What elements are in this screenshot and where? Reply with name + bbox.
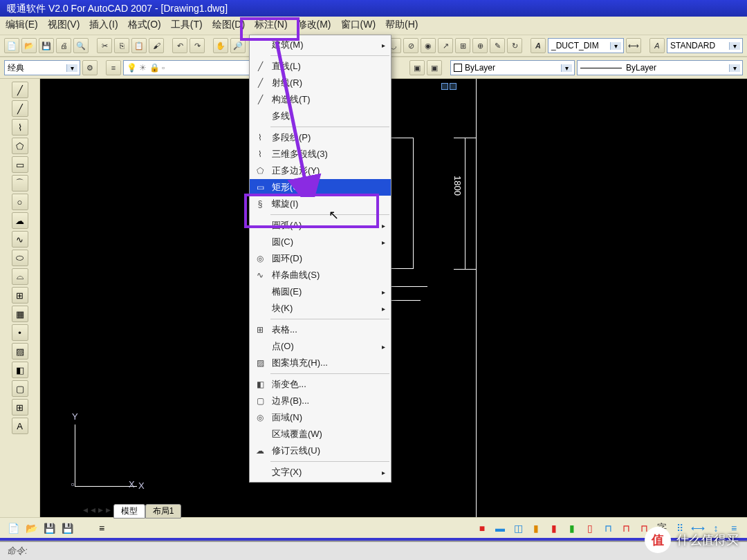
menu-mline-item[interactable]: 多线 (250, 108, 391, 124)
ws-settings-icon[interactable]: ⚙ (82, 60, 98, 75)
undo-icon[interactable]: ↶ (172, 38, 187, 53)
menu-wipeout-item[interactable]: 区域覆盖(W) (250, 426, 391, 442)
menu-tools[interactable]: 工具(T) (171, 19, 203, 32)
menu-dim[interactable]: 标注(N) (255, 19, 287, 32)
redo-icon[interactable]: ↷ (190, 38, 205, 53)
workspace-combo[interactable]: 经典 (4, 60, 80, 75)
xline-tool-icon[interactable]: ╱ (12, 100, 28, 117)
laystate-icon[interactable]: ▣ (409, 60, 425, 75)
menu-block-item[interactable]: 块(K)▸ (250, 300, 391, 317)
menu-rectangle-item[interactable]: ▭矩形(G) (250, 179, 391, 196)
menu-insert[interactable]: 插入(I) (89, 19, 118, 32)
menu-arc-item[interactable]: 圆弧(A)▸ (250, 217, 391, 234)
bt-r4-icon[interactable]: ⊓ (618, 521, 634, 536)
bt-save-icon[interactable]: 💾 (42, 521, 57, 536)
textstyle-combo[interactable]: STANDARD (667, 38, 743, 53)
bt-r3-icon[interactable]: ▯ (582, 521, 598, 536)
bt-new-icon[interactable]: 📄 (6, 521, 21, 536)
bt-blue2-icon[interactable]: ◫ (510, 521, 526, 536)
menu-format[interactable]: 格式(O) (128, 19, 161, 32)
bt-saveas-icon[interactable]: 💾 (59, 521, 75, 536)
dimstyle-combo[interactable]: _DUCT_DIM (548, 38, 624, 53)
open-icon[interactable]: 📂 (21, 38, 37, 53)
menu-modeling[interactable]: 建筑(M)▸ (250, 37, 391, 53)
polygon-tool-icon[interactable]: ⬠ (12, 138, 28, 154)
bt-layer-icon[interactable]: ≡ (94, 521, 109, 536)
line-tool-icon[interactable]: ╱ (12, 82, 28, 98)
bt-red-icon[interactable]: ■ (474, 521, 490, 536)
revcloud-tool-icon[interactable]: ☁ (12, 212, 28, 229)
spline-tool-icon[interactable]: ∿ (12, 231, 28, 248)
new-icon[interactable]: 📄 (4, 38, 19, 53)
zoom-icon[interactable]: 🔎 (230, 38, 246, 53)
dimstyle-btn[interactable]: ⟷ (626, 38, 641, 53)
region-tool-icon[interactable]: ▢ (12, 380, 28, 397)
menu-xline-item[interactable]: ╱构造线(T) (250, 91, 391, 108)
mtext-tool-icon[interactable]: A (12, 418, 28, 434)
menu-donut-item[interactable]: ◎圆环(D) (250, 250, 391, 267)
laystate2-icon[interactable]: ▣ (427, 60, 442, 75)
gradient-tool-icon[interactable]: ◧ (12, 362, 28, 378)
point-tool-icon[interactable]: • (12, 324, 28, 341)
menu-point-item[interactable]: 点(O)▸ (250, 338, 391, 355)
bt-blue-icon[interactable]: ▬ (492, 521, 508, 536)
match-icon[interactable]: 🖌 (149, 38, 164, 53)
text-icon[interactable]: A (531, 38, 546, 53)
insert-tool-icon[interactable]: ⊞ (12, 287, 28, 304)
menu-draw[interactable]: 绘图(D) (212, 19, 245, 32)
copy-icon[interactable]: ⎘ (114, 38, 129, 53)
menu-spline-item[interactable]: ∿样条曲线(S) (250, 267, 391, 283)
menu-table-item[interactable]: ⊞表格... (250, 321, 391, 338)
menu-polygon-item[interactable]: ⬠正多边形(Y) (250, 162, 391, 179)
menu-revcloud-item[interactable]: ☁修订云线(U) (250, 442, 391, 459)
menu-region-item[interactable]: ◎面域(N) (250, 409, 391, 426)
bt-open-icon[interactable]: 📂 (24, 521, 39, 536)
block-tool-icon[interactable]: ▦ (12, 306, 28, 322)
menu-text-item[interactable]: 文字(X)▸ (250, 464, 391, 480)
pan-icon[interactable]: ✋ (213, 38, 228, 53)
ellipse-tool-icon[interactable]: ⬭ (12, 250, 28, 266)
menu-hatch-item[interactable]: ▨图案填充(H)... (250, 355, 391, 371)
menu-window[interactable]: 窗口(W) (341, 19, 376, 32)
textstyle-icon[interactable]: A (649, 38, 665, 53)
circle-tool-icon[interactable]: ○ (12, 194, 28, 210)
menu-view[interactable]: 视图(V) (48, 19, 80, 32)
command-line[interactable]: 命令: (0, 541, 747, 560)
hatch-tool-icon[interactable]: ▨ (12, 343, 28, 360)
menu-3dpoly-item[interactable]: ⌇三维多段线(3) (250, 146, 391, 162)
menu-gradient-item[interactable]: ◧渐变色... (250, 376, 391, 393)
layer-icon[interactable]: ≡ (106, 60, 121, 75)
dim4-icon[interactable]: ⊘ (403, 38, 418, 53)
dim5-icon[interactable]: ◉ (421, 38, 436, 53)
menu-pline-item[interactable]: ⌇多段线(P) (250, 129, 391, 146)
pline-tool-icon[interactable]: ⌇ (12, 119, 28, 136)
leader-icon[interactable]: ↗ (438, 38, 453, 53)
linetype-combo[interactable]: ByLayer (577, 60, 743, 75)
menu-boundary-item[interactable]: ▢边界(B)... (250, 393, 391, 409)
dimupd-icon[interactable]: ↻ (507, 38, 522, 53)
save-icon[interactable]: 💾 (39, 38, 54, 53)
menu-modify[interactable]: 修改(M) (297, 19, 331, 32)
menu-edit[interactable]: 编辑(E) (6, 19, 38, 32)
grip-handle[interactable] (441, 83, 448, 90)
rect-tool-icon[interactable]: ▭ (12, 156, 28, 173)
menu-circle-item[interactable]: 圆(C)▸ (250, 234, 391, 250)
menu-help[interactable]: 帮助(H) (385, 19, 418, 32)
bt-or-icon[interactable]: ▮ (528, 521, 544, 536)
menu-ray-item[interactable]: ╱射线(R) (250, 75, 391, 91)
tol-icon[interactable]: ⊞ (455, 38, 470, 53)
drawing-canvas[interactable]: 1800 Y X X ▫ (40, 79, 747, 528)
paste-icon[interactable]: 📋 (131, 38, 147, 53)
menu-ellipse-item[interactable]: 椭圆(E)▸ (250, 283, 391, 300)
menu-line-item[interactable]: ╱直线(L) (250, 58, 391, 75)
preview-icon[interactable]: 🔍 (73, 38, 89, 53)
dimedit-icon[interactable]: ✎ (490, 38, 505, 53)
center-icon[interactable]: ⊕ (472, 38, 488, 53)
table-tool-icon[interactable]: ⊞ (12, 399, 28, 416)
ellarc-tool-icon[interactable]: ⌓ (12, 268, 28, 285)
menu-helix-item[interactable]: §螺旋(I) (250, 196, 391, 212)
grip-handle[interactable] (450, 83, 456, 90)
plot-icon[interactable]: 🖨 (56, 38, 71, 53)
cut-icon[interactable]: ✂ (97, 38, 112, 53)
bt-b3-icon[interactable]: ⊓ (600, 521, 616, 536)
